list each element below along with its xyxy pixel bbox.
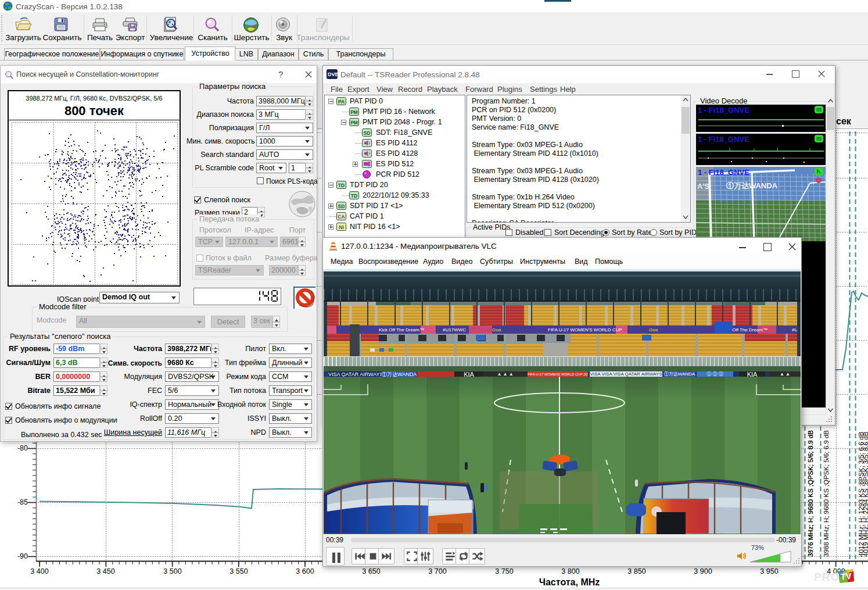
svg-text:SD: SD	[338, 203, 345, 209]
svg-text:PM: PM	[350, 109, 358, 115]
svg-text:TD: TD	[351, 193, 357, 199]
svg-text:SD: SD	[364, 130, 371, 136]
svg-text:PM: PM	[350, 120, 358, 126]
svg-text:NI: NI	[339, 224, 344, 230]
svg-text:CA: CA	[338, 214, 345, 220]
svg-text:PA: PA	[338, 99, 345, 105]
svg-text:TD: TD	[338, 183, 345, 188]
svg-text:TV: TV	[840, 571, 852, 581]
